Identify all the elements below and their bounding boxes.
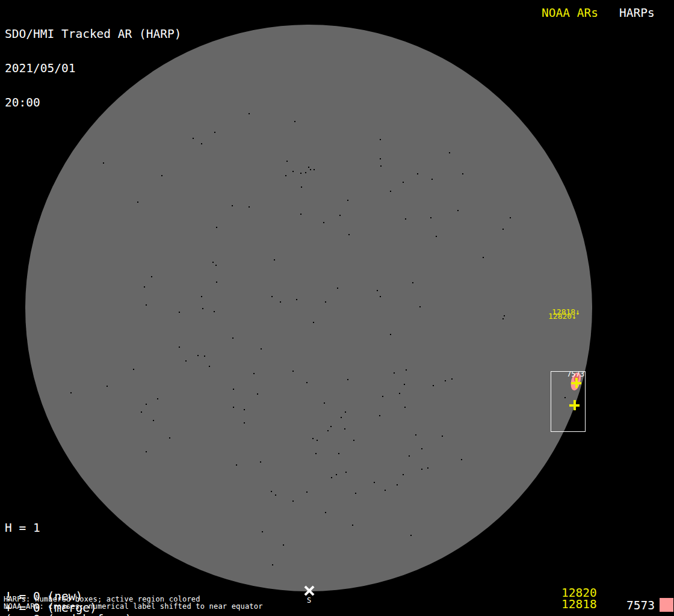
speckle — [249, 206, 250, 208]
speckle — [202, 308, 203, 309]
speckle — [341, 417, 342, 418]
speckle — [137, 202, 138, 203]
speckle — [404, 384, 405, 385]
speckle — [445, 380, 446, 381]
speckle — [410, 535, 412, 536]
speckle — [327, 430, 329, 431]
speckle — [337, 288, 338, 289]
speckle — [161, 175, 162, 176]
speckle — [232, 205, 233, 206]
speckle — [179, 312, 180, 313]
speckle — [257, 393, 258, 395]
speckle — [442, 436, 443, 437]
speckle — [380, 139, 381, 140]
speckle — [348, 234, 350, 235]
speckle — [280, 301, 281, 303]
south-pole-label: S — [307, 597, 311, 604]
speckle — [283, 544, 284, 546]
speckle — [301, 186, 302, 188]
speckle — [380, 296, 381, 297]
speckle — [385, 490, 386, 491]
speckle — [261, 348, 262, 350]
noaa-ars-heading: NOAA ARs — [542, 6, 598, 20]
speckle — [216, 282, 217, 283]
speckle — [153, 420, 154, 421]
speckle — [390, 191, 391, 192]
speckle — [306, 382, 308, 383]
plot-title: SDO/HMI Tracked AR (HARP) — [5, 28, 182, 40]
speckle — [323, 222, 324, 223]
speckle — [244, 409, 245, 410]
speckle — [286, 161, 288, 162]
speckle — [146, 404, 147, 405]
speckle — [421, 448, 422, 449]
speckle — [201, 143, 202, 144]
harp-number-label: 7573 — [567, 371, 584, 378]
speckle — [406, 369, 407, 371]
harp-count-line: H = 1 — [5, 522, 139, 534]
speckle — [436, 236, 437, 237]
speckle — [193, 138, 194, 139]
speckle — [244, 422, 245, 424]
speckle — [216, 227, 217, 228]
speckle — [504, 315, 505, 316]
observation-time: 20:00 — [5, 97, 182, 108]
speckle — [457, 210, 459, 211]
speckle — [347, 200, 348, 201]
speckle — [107, 386, 108, 387]
speckle — [412, 282, 413, 283]
speckle — [419, 306, 421, 307]
speckle — [274, 259, 275, 260]
speckle — [296, 299, 297, 300]
speckle — [433, 385, 434, 386]
speckle — [347, 379, 348, 380]
harp-color-swatch — [660, 598, 673, 612]
speckle — [209, 366, 210, 367]
footer-note-line: NOAA ARs: crosses; numerical label shift… — [4, 603, 263, 610]
speckle — [345, 411, 346, 413]
speckle — [308, 167, 309, 168]
footer-notes: HARPs: numbered boxes; active region col… — [4, 596, 263, 610]
speckle — [146, 304, 147, 306]
speckle — [431, 179, 433, 180]
speckle — [179, 346, 180, 348]
speckle — [214, 132, 215, 133]
speckle — [197, 355, 199, 356]
speckle — [300, 173, 301, 174]
speckle — [144, 286, 145, 288]
speckle — [502, 229, 504, 230]
speckle — [272, 564, 273, 565]
speckle — [285, 175, 286, 176]
legend-spacer — [5, 556, 139, 568]
speckle — [232, 337, 233, 339]
speckle — [271, 491, 272, 492]
speckle — [390, 334, 391, 335]
speckle — [310, 169, 311, 170]
speckle — [253, 373, 255, 374]
speckle — [417, 173, 418, 174]
observation-date: 2021/05/01 — [5, 63, 182, 74]
speckle — [103, 162, 104, 164]
speckle — [330, 426, 332, 427]
speckle — [275, 494, 276, 496]
speckle — [312, 438, 314, 439]
speckle — [345, 472, 347, 473]
speckle — [233, 389, 234, 390]
speckle — [353, 440, 354, 441]
speckle — [185, 360, 187, 362]
bottom-right-harp-number: 7573 — [626, 599, 655, 612]
speckle — [336, 474, 337, 475]
speckle — [314, 169, 315, 170]
speckle — [409, 455, 410, 457]
speckle — [214, 311, 215, 312]
legend-counter-line: ( = 0 (pad before) — [5, 614, 139, 616]
speckle — [169, 437, 170, 439]
speckle — [397, 484, 398, 485]
speckle — [146, 451, 147, 452]
speckle — [236, 464, 237, 466]
speckle — [325, 512, 326, 513]
noaa-equator-label-12820: 12820↓ — [548, 312, 577, 320]
speckle — [249, 113, 250, 114]
bottom-right-noaa-numbers: 12820 12818 — [561, 588, 597, 610]
speckle — [427, 467, 428, 469]
